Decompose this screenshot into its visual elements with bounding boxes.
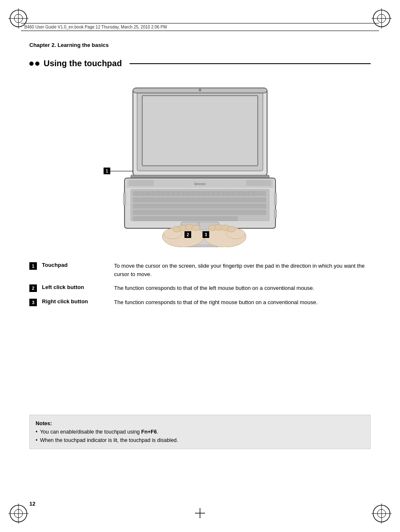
desc-text-1: To move the cursor on the screen, slide … — [114, 262, 371, 278]
corner-mark-bl — [8, 504, 29, 524]
page-number: 12 — [29, 501, 35, 507]
label-1-container: 1 — [104, 168, 133, 174]
notes-text-1: You can enable/disable the touchpad usin… — [40, 428, 158, 436]
section-dots — [29, 62, 39, 66]
description-table: 1 Touchpad To move the cursor on the scr… — [29, 262, 371, 312]
svg-point-75 — [227, 226, 236, 232]
svg-rect-76 — [123, 193, 126, 205]
svg-text:lenovo: lenovo — [195, 182, 206, 186]
desc-label-3: Right click button — [42, 298, 109, 305]
bottom-center-mark — [195, 508, 205, 519]
svg-rect-34 — [133, 210, 266, 215]
desc-num-1: 1 — [29, 262, 37, 270]
svg-rect-78 — [274, 209, 277, 218]
bullet-2: • — [36, 436, 37, 444]
svg-point-21 — [199, 89, 201, 91]
label-2-container: 2 — [184, 231, 191, 238]
chapter-heading: Chapter 2. Learning the basics — [29, 42, 109, 48]
desc-text-3: The function corresponds to that of the … — [114, 298, 371, 307]
desc-num-3: 3 — [29, 299, 37, 306]
svg-point-71 — [192, 225, 200, 231]
dot-2 — [35, 62, 39, 66]
num-badge-3: 3 — [203, 231, 209, 238]
dot-1 — [29, 62, 34, 66]
bullet-1: • — [36, 428, 37, 436]
notes-item-1: • You can enable/disable the touchpad us… — [36, 428, 364, 436]
section-title: Using the touchpad — [44, 59, 122, 68]
svg-rect-33 — [133, 204, 266, 209]
notes-title: Notes: — [36, 419, 364, 428]
line-1 — [110, 171, 133, 171]
svg-rect-28 — [129, 180, 154, 186]
notes-text-2: When the touchpad indicator is lit, the … — [40, 436, 178, 444]
section-line — [130, 63, 371, 64]
desc-row-1: 1 Touchpad To move the cursor on the scr… — [29, 262, 371, 278]
label-3-container: 3 — [203, 231, 209, 238]
svg-rect-31 — [133, 191, 266, 196]
num-badge-1: 1 — [104, 168, 110, 174]
laptop-illustration: lenovo — [29, 77, 371, 253]
header-text: B460 User Guide V1.0_en.book Page 12 Thu… — [24, 25, 167, 29]
svg-rect-32 — [133, 197, 266, 202]
notes-item-2: • When the touchpad indicator is lit, th… — [36, 436, 364, 444]
svg-rect-29 — [246, 180, 271, 186]
desc-row-2: 2 Left click button The function corresp… — [29, 284, 371, 292]
svg-rect-77 — [274, 193, 277, 205]
svg-rect-19 — [143, 96, 257, 165]
laptop-svg: lenovo — [108, 84, 292, 247]
header-bar: B460 User Guide V1.0_en.book Page 12 Thu… — [21, 23, 379, 31]
desc-text-2: The function corresponds to that of the … — [114, 284, 371, 292]
desc-num-2: 2 — [29, 284, 37, 292]
svg-rect-35 — [133, 216, 238, 221]
num-badge-2: 2 — [184, 231, 191, 238]
desc-label-2: Left click button — [42, 284, 109, 290]
corner-mark-br — [371, 504, 392, 524]
desc-row-3: 3 Right click button The function corres… — [29, 298, 371, 307]
desc-label-1: Touchpad — [42, 262, 109, 268]
laptop-wrapper: lenovo — [108, 84, 292, 247]
section-heading: Using the touchpad — [29, 59, 371, 68]
notes-box: Notes: • You can enable/disable the touc… — [29, 415, 371, 449]
